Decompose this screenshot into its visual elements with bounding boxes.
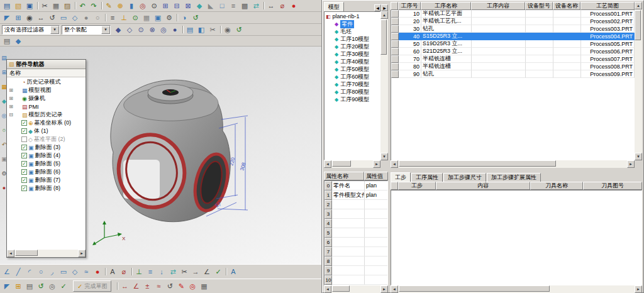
step-tab[interactable]: 工步	[391, 172, 411, 182]
orient-view[interactable]: ◤	[1, 13, 13, 23]
snap-point[interactable]: ⊙	[130, 13, 141, 23]
redo[interactable]: ↷	[88, 1, 99, 11]
step-tab[interactable]: 加工步骤尺寸	[443, 173, 486, 182]
rotate[interactable]: ↺	[47, 13, 58, 23]
process-row[interactable]: 20 半精铣工艺孔... Process002.PRT	[391, 18, 635, 25]
scroll-left-button[interactable]: ◄	[7, 250, 14, 257]
paste[interactable]: ▨	[62, 1, 73, 11]
navigator-tree-item[interactable]: ✓ ▣ 删除面 (7)	[7, 176, 86, 184]
tab-scroll-right-button[interactable]: ▶	[381, 4, 388, 11]
model-tree-item[interactable]: ◆ 工序60模型	[325, 73, 380, 80]
new-file[interactable]: ▤	[1, 1, 13, 11]
finish-sketch-button[interactable]: ✓ 完成草图	[73, 280, 111, 292]
scroll-up-button[interactable]: ▲	[380, 11, 388, 19]
process-row[interactable]: 80 半精铣连槽 Process008.PRT	[391, 63, 635, 70]
boolean-unite[interactable]: ⊞	[160, 1, 171, 11]
measure[interactable]: ⌀	[277, 1, 288, 11]
column-header-step[interactable]: 工步	[398, 182, 436, 190]
window[interactable]: ▣	[152, 13, 164, 23]
scroll-thumb[interactable]	[399, 285, 550, 292]
line[interactable]: ╱	[13, 267, 24, 277]
column-header-attr-name[interactable]: 属性名称	[324, 172, 364, 180]
scroll-right-button[interactable]: ►	[373, 160, 380, 168]
annotation[interactable]: A	[228, 267, 239, 277]
snap-intersection[interactable]: ⊗	[147, 25, 158, 35]
render-style[interactable]: ◑	[179, 13, 190, 23]
circle[interactable]: ○	[35, 267, 47, 277]
section-view[interactable]: ◧	[196, 25, 207, 35]
measure-angle[interactable]: ∠	[130, 281, 142, 291]
process-row[interactable]: 50 S19D25R3 立... Process005.PRT	[391, 40, 635, 48]
navigator-tree-item[interactable]: ✓ ▣ 删除面 (5)	[7, 160, 86, 168]
fit-view[interactable]: ⊞	[13, 13, 24, 23]
preferences[interactable]: ⚙	[164, 13, 175, 23]
step-table-body[interactable]	[391, 190, 642, 285]
attribute-row[interactable]: 0 零件名 plan	[325, 181, 387, 191]
undo[interactable]: ↶	[77, 1, 88, 11]
thread[interactable]: ≡	[228, 1, 239, 11]
navigator-tree-item[interactable]: ✓ ◆ 体 (1)	[7, 127, 86, 135]
process-row[interactable]: 70 半精铣连槽 Process007.PRT	[391, 55, 635, 63]
scroll-down-button[interactable]: ▼	[380, 153, 388, 160]
scroll-right-button[interactable]: ►	[78, 250, 86, 257]
column-header-attr-value[interactable]: 属性值	[364, 172, 388, 180]
geometric-constraints[interactable]: ⊥	[133, 267, 145, 277]
boolean-subtract[interactable]: ⊟	[171, 1, 182, 11]
scroll-right-button[interactable]: ►	[635, 285, 642, 293]
scroll-track[interactable]	[331, 160, 373, 168]
wcs-display[interactable]: ⊥	[118, 13, 130, 23]
scroll-track[interactable]	[331, 285, 380, 293]
shaded-display[interactable]: ●	[80, 13, 92, 23]
visibility-checkbox[interactable]: ✓	[21, 161, 27, 167]
chamfer[interactable]: ◣	[205, 1, 216, 11]
attribute-row[interactable]: 4	[325, 219, 387, 228]
edge-blend[interactable]: ◆	[194, 1, 205, 11]
scroll-thumb[interactable]	[380, 19, 387, 55]
mirror-feature[interactable]: ⇄	[250, 1, 262, 11]
model-tree[interactable]: ◧ plane-rib-1 ◆ 零件 ◆ 毛坯 ◆ 工序10模型	[324, 11, 380, 160]
select-filter-tool[interactable]: ◆	[13, 36, 24, 46]
measure-distance[interactable]: ↔	[119, 281, 130, 291]
orient-sketch[interactable]: ◤	[1, 281, 13, 291]
snap-center[interactable]: ⊙	[135, 25, 147, 35]
scroll-track[interactable]	[398, 285, 635, 293]
navigator-tree-item[interactable]: ⊟ ▧ 模型历史记录	[7, 111, 86, 119]
column-header-device-model[interactable]: 设备型号	[525, 2, 553, 10]
navigator-tree-item[interactable]: ✓ ▣ 删除面 (4)	[7, 152, 86, 160]
display-object[interactable]: ◎	[47, 281, 58, 291]
top-view[interactable]: ▤	[184, 25, 196, 35]
deviation-gauge[interactable]: ±	[142, 281, 153, 291]
expand-toggle-icon[interactable]: ⊞	[8, 96, 14, 101]
scroll-up-button[interactable]: ▲	[635, 2, 642, 9]
attribute-row[interactable]: 7	[325, 247, 387, 257]
point[interactable]: ●	[288, 1, 299, 11]
column-header-tool-name[interactable]: 刀具名称	[530, 182, 583, 190]
attribute-table-body[interactable]: 0 零件名 plan 1 零件模型文件 plan 2 3	[324, 180, 388, 285]
move-object[interactable]: ↔	[265, 1, 277, 11]
scroll-track[interactable]	[635, 9, 642, 153]
navigator-tree-item[interactable]: ⊞ ▤ PMI	[7, 102, 86, 111]
column-header-tool-drawing[interactable]: 刀具图号	[583, 182, 642, 190]
scroll-thumb[interactable]	[15, 250, 38, 256]
scroll-right-button[interactable]: ►	[627, 160, 635, 168]
scroll-thumb[interactable]	[332, 285, 350, 292]
navigator-name-column-header[interactable]: 名称	[7, 69, 86, 77]
navigator-tree-item[interactable]: ✓ ▣ 删除面 (6)	[7, 168, 86, 176]
chevron-down-icon[interactable]: ▼	[50, 26, 59, 34]
step-tab[interactable]: 工序属性	[411, 173, 443, 182]
studio-spline[interactable]: ≈	[80, 267, 92, 277]
fillet[interactable]: ◞	[47, 267, 58, 277]
evaluate[interactable]: ✓	[58, 281, 69, 291]
target-point[interactable]: ◎	[187, 281, 198, 291]
scroll-track[interactable]	[14, 250, 78, 257]
part-navigator-titlebar[interactable]: ▧ 部件导航器	[7, 60, 86, 69]
quick-trim[interactable]: ✂	[179, 267, 190, 277]
visibility-checkbox[interactable]: ✓	[21, 120, 27, 126]
revolve[interactable]: ◎	[137, 1, 148, 11]
rectangle[interactable]: ▭	[58, 267, 69, 277]
visibility-checkbox[interactable]: ✓	[21, 128, 27, 134]
visibility-checkbox[interactable]	[21, 136, 27, 142]
snap-midpoint[interactable]: ◇	[124, 25, 135, 35]
scroll-track[interactable]	[398, 160, 627, 168]
copy[interactable]: ▦	[50, 1, 62, 11]
